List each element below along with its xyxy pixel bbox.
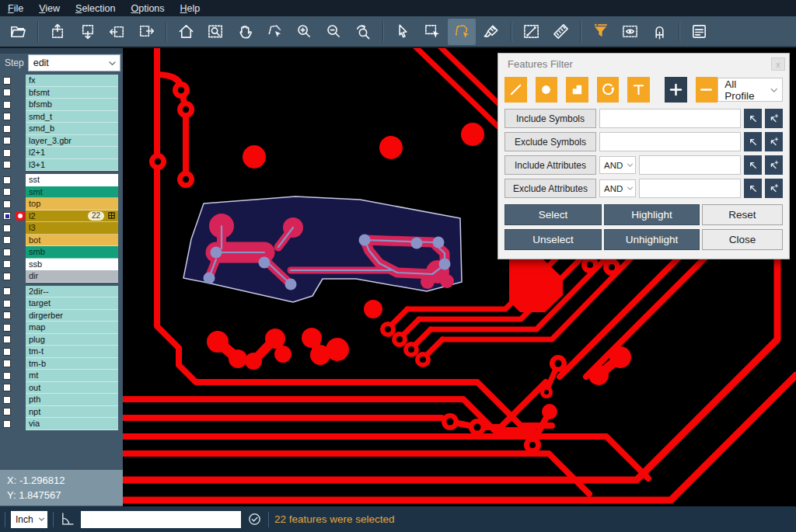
menu-options[interactable]: Options — [123, 2, 172, 16]
layer-checkbox[interactable] — [3, 360, 11, 367]
layer-label[interactable]: dir — [26, 270, 118, 283]
menu-selection[interactable]: Selection — [68, 2, 123, 16]
layer-label[interactable]: top — [26, 198, 118, 210]
layer-label[interactable]: tm-t — [26, 346, 118, 358]
layer-label[interactable]: smb — [26, 246, 118, 259]
exclude-symbols-input[interactable] — [599, 132, 741, 151]
include-attributes-input[interactable] — [639, 155, 741, 175]
layer-label[interactable]: l222 — [26, 210, 118, 223]
exclude-attributes-input[interactable] — [639, 179, 741, 198]
layer-checkbox[interactable] — [3, 188, 11, 196]
view-options-button[interactable] — [616, 19, 644, 45]
clean-brush-button[interactable] — [477, 19, 505, 45]
layer-checkbox[interactable] — [3, 384, 11, 391]
highlight-button[interactable]: Highlight — [604, 204, 700, 225]
layer-checkbox[interactable] — [3, 273, 11, 280]
zoom-previous-button[interactable] — [349, 19, 377, 45]
pan-left-button[interactable] — [103, 19, 131, 45]
layer-checkbox[interactable] — [3, 348, 11, 356]
open-folder-button[interactable] — [4, 19, 32, 45]
menu-help[interactable]: Help — [173, 2, 208, 16]
layer-label[interactable]: target — [26, 297, 118, 310]
close-button[interactable]: Close — [702, 229, 783, 250]
layer-label[interactable]: fx — [26, 75, 118, 87]
layer-checkbox[interactable] — [3, 311, 11, 319]
layer-checkbox[interactable] — [3, 324, 11, 332]
layer-label[interactable]: bfsmb — [26, 99, 118, 111]
layer-label[interactable]: bfsmt — [26, 87, 118, 99]
exclude-attributes-operator-select[interactable]: AND — [599, 179, 636, 197]
layer-checkbox[interactable] — [3, 149, 11, 157]
layer-checkbox[interactable] — [3, 89, 11, 96]
layers-panel-button[interactable] — [685, 19, 713, 45]
layer-checkbox[interactable] — [3, 101, 11, 109]
dialog-close-button[interactable]: x — [771, 57, 785, 71]
command-input[interactable] — [81, 511, 241, 528]
exclude-attributes-pick-button[interactable] — [744, 179, 762, 198]
layer-checkbox[interactable] — [3, 408, 11, 416]
layer-label[interactable]: l2+1 — [26, 147, 118, 159]
filter-shape-surface-button[interactable] — [566, 77, 588, 103]
include-attributes-operator-select[interactable]: AND — [599, 156, 636, 174]
layer-checkbox[interactable] — [3, 249, 11, 256]
filter-shape-arc-button[interactable] — [597, 77, 620, 103]
select-cursor-button[interactable] — [389, 19, 417, 45]
polarity-negative-button[interactable] — [696, 77, 718, 103]
sync-check-icon[interactable] — [246, 511, 263, 527]
layer-checkbox[interactable] — [3, 113, 11, 120]
unhighlight-button[interactable]: Unhighlight — [604, 229, 700, 250]
include-symbols-input[interactable] — [599, 109, 741, 128]
layer-checkbox[interactable] — [3, 161, 11, 169]
include-attributes-pick-add-button[interactable] — [765, 155, 783, 175]
measure-line-button[interactable] — [517, 19, 545, 45]
layer-label[interactable]: 2dir-- — [26, 286, 118, 298]
layer-label[interactable]: bot — [26, 235, 118, 247]
select-button[interactable]: Select — [504, 204, 602, 225]
layer-label[interactable]: layer_3.gbr — [26, 135, 118, 148]
filter-shape-pad-button[interactable] — [536, 77, 558, 103]
layer-label[interactable]: out — [26, 382, 118, 395]
layer-checkbox[interactable] — [3, 137, 11, 144]
features-filter-button[interactable] — [586, 19, 614, 45]
zoom-in-button[interactable] — [290, 19, 318, 45]
pan-up-button[interactable] — [44, 19, 72, 45]
reset-button[interactable]: Reset — [702, 204, 783, 225]
layer-grid-icon[interactable] — [107, 211, 116, 220]
layer-checkbox[interactable] — [3, 200, 11, 208]
select-polygon-button[interactable] — [448, 19, 476, 45]
layer-label[interactable]: smd_b — [26, 123, 118, 135]
layer-label[interactable]: dirgerber — [26, 310, 118, 322]
layer-label[interactable]: tm-b — [26, 358, 118, 370]
measure-ruler-button[interactable] — [546, 19, 574, 45]
layer-checkbox[interactable] — [3, 224, 11, 232]
filter-shape-text-button[interactable] — [627, 77, 650, 103]
layer-label[interactable]: plug — [26, 334, 118, 346]
layer-label[interactable]: via — [26, 418, 118, 430]
layer-label[interactable]: l3+1 — [26, 159, 118, 172]
layer-checkbox[interactable] — [3, 260, 11, 268]
layer-label[interactable]: l3 — [26, 222, 118, 235]
units-select[interactable]: Inch — [11, 511, 47, 528]
layer-checkbox[interactable] — [3, 372, 11, 380]
layer-label[interactable]: smt — [26, 186, 118, 199]
layer-checkbox[interactable] — [3, 125, 11, 133]
layer-label[interactable]: smd_t — [26, 111, 118, 123]
step-select[interactable]: edit — [28, 54, 120, 71]
layer-label[interactable]: map — [26, 322, 118, 334]
pan-right-button[interactable] — [132, 19, 160, 45]
layer-label[interactable]: pth — [26, 394, 118, 406]
pan-hand-button[interactable] — [231, 19, 259, 45]
include-symbols-button[interactable]: Include Symbols — [504, 109, 596, 128]
include-attributes-button[interactable]: Include Attributes — [504, 155, 596, 175]
polarity-positive-button[interactable] — [665, 77, 687, 103]
include-attributes-pick-button[interactable] — [744, 155, 762, 175]
layer-checkbox[interactable] — [3, 336, 11, 343]
pan-down-button[interactable] — [73, 19, 101, 45]
unselect-button[interactable]: Unselect — [504, 229, 602, 250]
zoom-area-button[interactable] — [201, 19, 229, 45]
layer-checkbox[interactable] — [3, 236, 11, 244]
layer-label[interactable]: ssb — [26, 259, 118, 271]
layer-checkbox[interactable] — [3, 396, 11, 404]
exclude-symbols-pick-button[interactable] — [744, 132, 762, 151]
layer-checkbox[interactable] — [3, 287, 11, 295]
